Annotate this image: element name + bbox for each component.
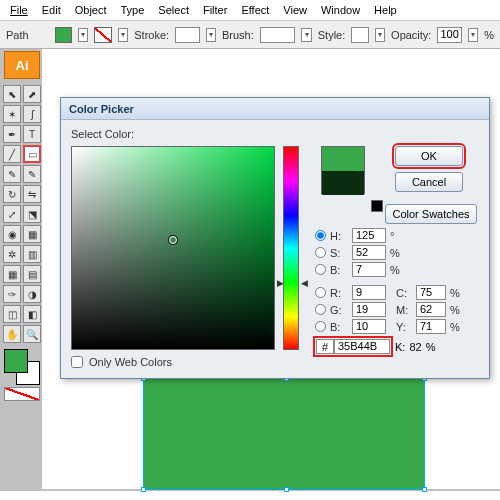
zoom-tool[interactable]: 🔍	[23, 325, 41, 343]
resize-handle[interactable]	[284, 487, 289, 492]
fill-stroke-indicator[interactable]	[4, 349, 40, 385]
stroke-label: Stroke:	[134, 29, 169, 41]
hue-slider[interactable]	[283, 146, 299, 350]
sat-label: S:	[330, 247, 348, 259]
dialog-titlebar[interactable]: Color Picker	[61, 98, 489, 120]
stroke-weight-input[interactable]	[175, 27, 199, 43]
direct-selection-tool[interactable]: ⬈	[23, 85, 41, 103]
pencil-tool[interactable]: ✎	[23, 165, 41, 183]
hue-radio[interactable]	[315, 230, 326, 241]
r-radio[interactable]	[315, 287, 326, 298]
brush-input[interactable]	[260, 27, 296, 43]
k-label: K:	[395, 341, 405, 353]
none-color-indicator[interactable]	[4, 387, 40, 401]
shear-tool[interactable]: ⬔	[23, 205, 41, 223]
style-label: Style:	[318, 29, 346, 41]
k-field[interactable]: 82	[409, 341, 421, 353]
slice-tool[interactable]: ◫	[3, 305, 21, 323]
app-logo: Ai	[4, 51, 40, 79]
sat-unit: %	[390, 247, 404, 259]
menu-view[interactable]: View	[277, 2, 313, 18]
paintbrush-tool[interactable]: ✎	[3, 165, 21, 183]
cancel-button[interactable]: Cancel	[395, 172, 463, 192]
rotate-tool[interactable]: ↻	[3, 185, 21, 203]
stroke-weight-dropdown-icon[interactable]	[206, 28, 216, 42]
m-field[interactable]: 62	[416, 302, 446, 317]
line-tool[interactable]: ╱	[3, 145, 21, 163]
menu-select[interactable]: Select	[152, 2, 195, 18]
graph-tool[interactable]: ▥	[23, 245, 41, 263]
stroke-dropdown-icon[interactable]	[118, 28, 128, 42]
menu-file[interactable]: File	[4, 2, 34, 18]
magic-wand-tool[interactable]: ✶	[3, 105, 21, 123]
blend-tool[interactable]: ◑	[23, 285, 41, 303]
fill-dropdown-icon[interactable]	[78, 28, 88, 42]
resize-handle[interactable]	[141, 487, 146, 492]
opacity-label: Opacity:	[391, 29, 431, 41]
only-web-colors-row[interactable]: Only Web Colors	[71, 356, 172, 368]
only-web-colors-checkbox[interactable]	[71, 356, 83, 368]
warp-tool[interactable]: ◉	[3, 225, 21, 243]
c-field[interactable]: 75	[416, 285, 446, 300]
menu-object[interactable]: Object	[69, 2, 113, 18]
b-field[interactable]: 10	[352, 319, 386, 334]
sat-radio[interactable]	[315, 247, 326, 258]
menu-type[interactable]: Type	[115, 2, 151, 18]
out-of-gamut-swatch[interactable]	[371, 200, 383, 212]
color-swatches-button[interactable]: Color Swatches	[385, 204, 477, 224]
color-preview	[321, 146, 365, 194]
menu-window[interactable]: Window	[315, 2, 366, 18]
bri-radio[interactable]	[315, 264, 326, 275]
g-field[interactable]: 19	[352, 302, 386, 317]
mesh-tool[interactable]: ▦	[3, 265, 21, 283]
menu-help[interactable]: Help	[368, 2, 403, 18]
scale-tool[interactable]: ⤢	[3, 205, 21, 223]
fill-color-box[interactable]	[4, 349, 28, 373]
rectangle-tool[interactable]: ▭	[23, 145, 41, 163]
hand-tool[interactable]: ✋	[3, 325, 21, 343]
eyedropper-tool[interactable]: ✑	[3, 285, 21, 303]
menu-effect[interactable]: Effect	[235, 2, 275, 18]
menu-filter[interactable]: Filter	[197, 2, 233, 18]
hue-field[interactable]: 125	[352, 228, 386, 243]
resize-handle[interactable]	[422, 487, 427, 492]
hue-marker-right-icon[interactable]: ◀	[301, 278, 308, 288]
canvas-area[interactable]: Color Picker Select Color: ▶ ◀ OK Cancel…	[44, 49, 500, 491]
gradient-tool[interactable]: ▤	[23, 265, 41, 283]
workspace: Ai ⬉ ⬈ ✶ ʃ ✒ T ╱ ▭ ✎ ✎ ↻ ⇋ ⤢ ⬔ ◉ ▦ ✲ ▥ ▦…	[0, 49, 500, 491]
opacity-input[interactable]: 100	[437, 27, 461, 43]
style-dropdown-icon[interactable]	[375, 28, 385, 42]
free-transform-tool[interactable]: ▦	[23, 225, 41, 243]
color-picker-dialog: Color Picker Select Color: ▶ ◀ OK Cancel…	[60, 97, 490, 379]
type-tool[interactable]: T	[23, 125, 41, 143]
g-radio[interactable]	[315, 304, 326, 315]
brush-label: Brush:	[222, 29, 254, 41]
options-bar: Path Stroke: Brush: Style: Opacity: 100 …	[0, 21, 500, 49]
opacity-dropdown-icon[interactable]	[468, 28, 478, 42]
symbol-sprayer-tool[interactable]: ✲	[3, 245, 21, 263]
y-field[interactable]: 71	[416, 319, 446, 334]
y-label: Y:	[396, 321, 412, 333]
color-field[interactable]	[71, 146, 275, 350]
b-radio[interactable]	[315, 321, 326, 332]
menu-edit[interactable]: Edit	[36, 2, 67, 18]
selected-rectangle[interactable]	[144, 379, 424, 489]
color-field-marker-icon[interactable]	[169, 236, 177, 244]
pen-tool[interactable]: ✒	[3, 125, 21, 143]
stroke-swatch-none[interactable]	[94, 27, 111, 43]
select-color-label: Select Color:	[71, 128, 479, 140]
style-input[interactable]	[351, 27, 368, 43]
lasso-tool[interactable]: ʃ	[23, 105, 41, 123]
fill-swatch[interactable]	[55, 27, 72, 43]
sat-field[interactable]: 52	[352, 245, 386, 260]
r-field[interactable]: 9	[352, 285, 386, 300]
eraser-tool[interactable]: ◧	[23, 305, 41, 323]
bri-field[interactable]: 7	[352, 262, 386, 277]
hue-marker-left-icon[interactable]: ▶	[277, 278, 284, 288]
hex-field[interactable]: 35B44B	[334, 339, 390, 354]
reflect-tool[interactable]: ⇋	[23, 185, 41, 203]
selection-tool[interactable]: ⬉	[3, 85, 21, 103]
brush-dropdown-icon[interactable]	[301, 28, 311, 42]
selection-type-label: Path	[6, 29, 29, 41]
ok-button[interactable]: OK	[395, 146, 463, 166]
